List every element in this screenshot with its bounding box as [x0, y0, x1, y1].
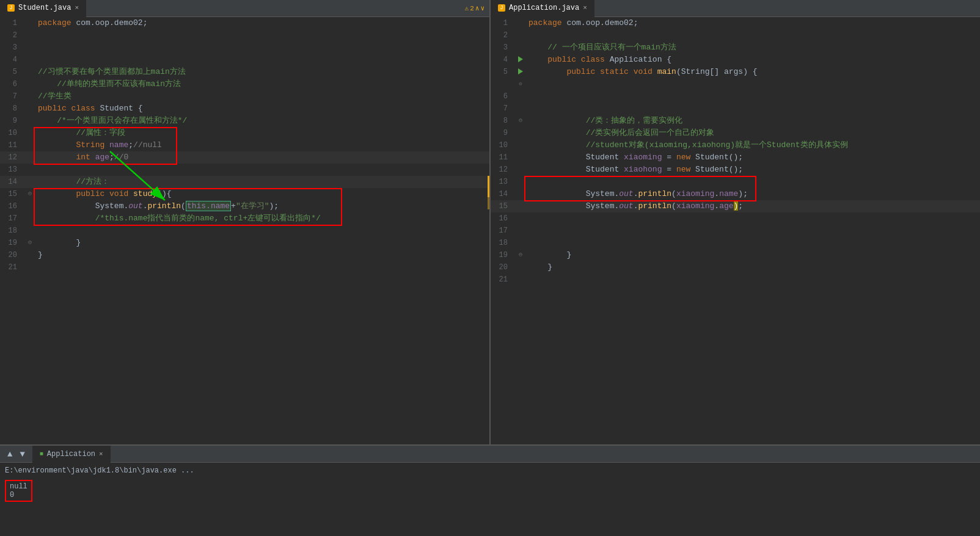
line-gutter: [515, 225, 526, 237]
line-content: public class Student {: [35, 103, 489, 115]
table-row: 21: [0, 261, 489, 273]
line-gutter: ⊖: [24, 237, 35, 249]
line-gutter: [515, 29, 526, 42]
line-gutter: [515, 273, 526, 286]
line-content: /*一个类里面只会存在属性和方法*/: [35, 115, 489, 127]
line-gutter: [515, 237, 526, 249]
table-row: 20 }: [491, 261, 980, 273]
line-number: 9: [0, 115, 24, 127]
output-null: null: [10, 482, 27, 491]
expand-warnings-btn[interactable]: ∧: [475, 4, 480, 12]
line-content: [35, 54, 489, 66]
line-content: public void study(){: [35, 188, 489, 200]
table-row: 14 System.out.println(xiaoming.name);: [491, 188, 980, 200]
line-content: }: [526, 249, 980, 261]
line-content: System.out.println(xiaoming.age);: [526, 200, 980, 212]
line-gutter: [24, 151, 35, 164]
line-gutter: [24, 42, 35, 54]
table-row: 10 //属性：字段: [0, 127, 489, 139]
line-number: 21: [0, 261, 24, 273]
line-number: 19: [0, 237, 24, 249]
line-gutter: ⊖: [24, 188, 35, 200]
line-number: 13: [491, 176, 515, 188]
java-file-icon: J: [7, 4, 15, 12]
line-number: 2: [0, 29, 24, 42]
line-gutter: [24, 90, 35, 103]
line-gutter: [515, 139, 526, 151]
table-row: 10 //student对象(xiaoming,xiaohong)就是一个Stu…: [491, 139, 980, 151]
line-content: [35, 29, 489, 42]
line-gutter: [24, 29, 35, 42]
editor-container: J Student.java × ⚠ 2 ∧ ∨ 1: [0, 0, 980, 536]
line-number: 16: [491, 212, 515, 225]
line-gutter: [24, 115, 35, 127]
line-number: 15: [0, 188, 24, 200]
table-row: 13: [0, 164, 489, 176]
left-pane-tab-bar: J Student.java × ⚠ 2 ∧ ∨: [0, 0, 489, 17]
line-number: 17: [491, 225, 515, 237]
line-content: [35, 164, 489, 176]
line-content: System.out.println(xiaoming.name);: [526, 188, 980, 200]
line-gutter: [515, 261, 526, 273]
line-number: 18: [491, 237, 515, 249]
line-gutter: [515, 103, 526, 115]
line-number: 18: [0, 225, 24, 237]
line-gutter: [24, 127, 35, 139]
line-content: [526, 225, 980, 237]
line-content: [526, 176, 980, 188]
line-gutter: [515, 151, 526, 164]
bottom-tab-close[interactable]: ×: [99, 451, 103, 458]
table-row: 3: [0, 42, 489, 54]
right-tab-close[interactable]: ×: [583, 4, 587, 12]
right-code-view[interactable]: 1 package com.oop.demo02; 2 3: [491, 17, 980, 444]
line-number: 14: [491, 188, 515, 200]
table-row: 1 package com.oop.demo02;: [0, 17, 489, 29]
line-content: //student对象(xiaoming,xiaohong)就是一个Studen…: [526, 139, 980, 151]
line-content: package com.oop.demo02;: [35, 17, 489, 29]
line-number: 21: [491, 273, 515, 286]
table-row: 16 System.out.println(this.name+"在学习");: [0, 200, 489, 212]
line-number: 5: [0, 66, 24, 78]
left-tab-student[interactable]: J Student.java ×: [0, 0, 86, 17]
line-number: 5: [491, 66, 515, 90]
line-content: //方法：: [35, 176, 489, 188]
line-content: //属性：字段: [35, 127, 489, 139]
line-content: [35, 261, 489, 273]
collapse-warnings-btn[interactable]: ∨: [480, 4, 485, 12]
right-tab-application[interactable]: J Application.java ×: [491, 0, 594, 17]
table-row: 17 /*this.name指代当前类的name, ctrl+左键可以看出指向*…: [0, 212, 489, 225]
run-icon: ■: [40, 451, 43, 457]
scroll-up-btn[interactable]: ▲: [5, 448, 15, 460]
line-content: public class Application {: [526, 54, 980, 66]
line-gutter: ⊖: [515, 66, 526, 90]
table-row: 17: [491, 225, 980, 237]
table-row: 18: [0, 225, 489, 237]
line-content: [526, 29, 980, 42]
line-gutter: ⊖: [515, 249, 526, 261]
line-content: //单纯的类里而不应该有main方法: [35, 78, 489, 90]
line-content: //习惯不要在每个类里面都加上main方法: [35, 66, 489, 78]
line-content: }: [35, 249, 489, 261]
line-gutter: [24, 164, 35, 176]
line-gutter: [515, 188, 526, 200]
line-number: 10: [491, 139, 515, 151]
line-number: 11: [0, 139, 24, 151]
table-row: 2: [491, 29, 980, 42]
line-number: 1: [491, 17, 515, 29]
bottom-tab-application[interactable]: ■ Application ×: [32, 446, 111, 463]
line-number: 3: [491, 42, 515, 54]
left-code-view[interactable]: 1 package com.oop.demo02; 2 3: [0, 17, 489, 444]
left-tab-close[interactable]: ×: [75, 4, 79, 12]
line-gutter: [515, 212, 526, 225]
scroll-down-btn[interactable]: ▼: [17, 448, 27, 460]
left-tab-label: Student.java: [18, 4, 71, 12]
left-code-table: 1 package com.oop.demo02; 2 3: [0, 17, 489, 273]
line-gutter: [24, 66, 35, 78]
line-content: }: [526, 261, 980, 273]
table-row: 11 String name;//null: [0, 139, 489, 151]
line-gutter: [515, 42, 526, 54]
table-row: 15 System.out.println(xiaoming.age);: [491, 200, 980, 212]
right-tab-label: Application.java: [509, 4, 579, 12]
line-gutter: [24, 54, 35, 66]
line-gutter: [515, 200, 526, 212]
